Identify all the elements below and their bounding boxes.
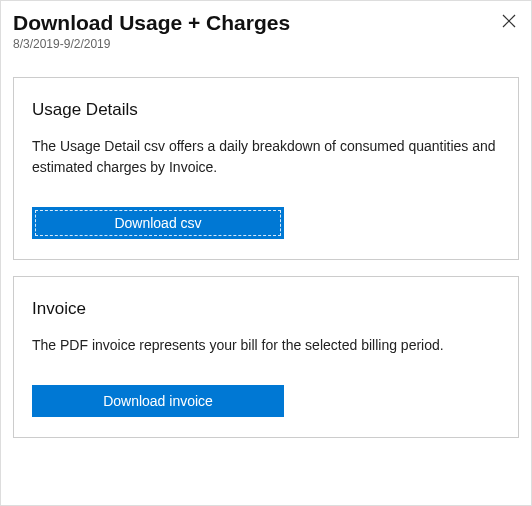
usage-details-section: Usage Details The Usage Detail csv offer… <box>13 77 519 260</box>
close-button[interactable] <box>499 11 519 31</box>
invoice-description: The PDF invoice represents your bill for… <box>32 335 500 355</box>
usage-details-title: Usage Details <box>32 100 500 120</box>
panel-title: Download Usage + Charges <box>13 9 290 36</box>
invoice-title: Invoice <box>32 299 500 319</box>
header-text: Download Usage + Charges 8/3/2019-9/2/20… <box>13 9 290 51</box>
invoice-section: Invoice The PDF invoice represents your … <box>13 276 519 438</box>
close-icon <box>501 13 517 29</box>
download-csv-button[interactable]: Download csv <box>32 207 284 239</box>
download-invoice-button-label: Download invoice <box>103 393 213 409</box>
usage-details-description: The Usage Detail csv offers a daily brea… <box>32 136 500 177</box>
download-usage-charges-panel: Download Usage + Charges 8/3/2019-9/2/20… <box>0 0 532 506</box>
download-csv-button-label: Download csv <box>114 215 201 231</box>
date-range: 8/3/2019-9/2/2019 <box>13 37 290 51</box>
panel-header: Download Usage + Charges 8/3/2019-9/2/20… <box>13 9 519 61</box>
download-invoice-button[interactable]: Download invoice <box>32 385 284 417</box>
